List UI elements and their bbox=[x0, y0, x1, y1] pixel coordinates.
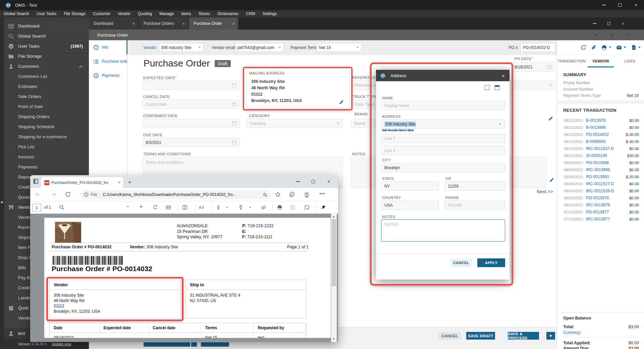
address-bar[interactable]: File | C:/Users/Karina_Shchitova/Downloa… bbox=[80, 190, 271, 199]
address-line3-input[interactable]: Line 3 bbox=[381, 146, 505, 155]
sidebar-item-global-search[interactable]: Global Search bbox=[4, 31, 89, 41]
save-process-button[interactable]: SAVE & PROCESS bbox=[508, 332, 539, 340]
chevron-down-icon[interactable]: ▼ bbox=[226, 206, 228, 209]
sidebar-item-sale-orders[interactable]: Sale Orders bbox=[4, 91, 89, 101]
hidden-action-button[interactable] bbox=[144, 342, 190, 347]
transaction-link[interactable]: PO-0013977 bbox=[586, 210, 609, 214]
transaction-link[interactable]: PO-0013998 bbox=[586, 160, 609, 165]
transaction-link[interactable]: B-0013998 bbox=[586, 125, 606, 130]
nav-item-info[interactable]: Info bbox=[89, 40, 127, 54]
page-info-icon[interactable] bbox=[84, 192, 89, 197]
currency-link[interactable]: Currency: bbox=[563, 330, 639, 335]
highlight-icon[interactable] bbox=[238, 205, 244, 210]
phone-input[interactable]: PHONE bbox=[444, 201, 505, 210]
chevron-up-icon[interactable] bbox=[79, 65, 83, 69]
sidebar-item-user-tasks[interactable]: User Tasks(1067) bbox=[4, 41, 89, 51]
refresh-icon[interactable] bbox=[581, 45, 586, 50]
sidebar-item-customers[interactable]: Customers bbox=[4, 61, 89, 71]
sidebar-item-dashboard[interactable]: Dashboard bbox=[4, 21, 89, 31]
menu-item-manage[interactable]: Manage bbox=[156, 11, 177, 16]
nav-item-purchase-order[interactable]: Purchase order bbox=[89, 54, 127, 68]
chevron-down-icon[interactable]: ▼ bbox=[249, 206, 252, 209]
city-input[interactable]: Brooklyn bbox=[381, 163, 505, 172]
transaction-link[interactable]: IRC-0011526-D bbox=[586, 189, 614, 193]
tab-close-icon[interactable]: × bbox=[132, 21, 135, 26]
transaction-link[interactable]: B-0096595 bbox=[586, 139, 606, 144]
minimize-button[interactable] bbox=[596, 0, 612, 10]
sidebar-item-customers-list[interactable]: Customers List bbox=[4, 71, 89, 81]
menu-item-quoting[interactable]: Quoting bbox=[134, 11, 156, 16]
back-icon[interactable] bbox=[35, 192, 41, 197]
doc-minimize-button[interactable] bbox=[588, 31, 604, 39]
attachment-icon[interactable] bbox=[591, 45, 597, 50]
due-date-input[interactable]: 9/3/2021 bbox=[143, 138, 240, 147]
edit-shipping-address-icon[interactable] bbox=[548, 116, 553, 121]
sidebar-item-payments[interactable]: Payments bbox=[4, 162, 89, 172]
paste-address-icon[interactable] bbox=[494, 85, 500, 91]
menu-item-crm[interactable]: CRM bbox=[242, 11, 259, 16]
read-aloud-icon[interactable]: A bbox=[199, 205, 204, 210]
transaction-link[interactable]: IRC-0013977 bbox=[586, 217, 610, 221]
menu-item-global-search[interactable]: Global Search bbox=[0, 11, 33, 16]
bookmark-star-icon[interactable] bbox=[263, 192, 268, 197]
mdi-minimize-button[interactable] bbox=[588, 19, 602, 28]
panel-tab-vendor[interactable]: VENDOR bbox=[586, 55, 615, 67]
reload-icon[interactable] bbox=[65, 192, 71, 197]
collapse-arrow-icon[interactable]: ◀ bbox=[0, 200, 3, 204]
tab-close-icon[interactable]: × bbox=[232, 21, 235, 26]
modal-apply-button[interactable]: APPLY bbox=[477, 258, 505, 267]
erase-icon[interactable] bbox=[261, 205, 266, 210]
pdf-print-icon[interactable] bbox=[277, 205, 282, 210]
new-tab-button[interactable]: + bbox=[128, 179, 131, 185]
browser-close-button[interactable]: × bbox=[321, 175, 336, 188]
scroll-up-icon[interactable]: ▲ bbox=[332, 215, 335, 218]
chevron-down-icon[interactable]: ▼ bbox=[638, 46, 641, 49]
update-now-link[interactable]: Update now bbox=[52, 342, 71, 346]
country-input[interactable]: USA bbox=[381, 201, 439, 210]
transaction-link[interactable]: IRC-0011537-D bbox=[586, 146, 614, 151]
tab-purchase-order[interactable]: Purchase Order× bbox=[189, 17, 238, 30]
browser-maximize-button[interactable] bbox=[306, 175, 321, 188]
sidebar-item-pick-list[interactable]: Pick List bbox=[4, 142, 89, 152]
expected-date-input[interactable] bbox=[143, 81, 240, 90]
sidebar-item-file-storage[interactable]: File Storage bbox=[4, 51, 89, 61]
doc-maximize-button[interactable] bbox=[604, 31, 621, 39]
menu-item-vendor[interactable]: Vendor bbox=[114, 11, 134, 16]
doc-close-button[interactable]: × bbox=[621, 31, 637, 39]
draw-icon[interactable] bbox=[216, 205, 221, 210]
address-line2-input[interactable]: Line 2 bbox=[381, 134, 505, 143]
pdf-save-as-icon[interactable] bbox=[304, 205, 310, 210]
panel-tab-transaction[interactable]: TRANSACTION bbox=[557, 55, 586, 67]
chevron-down-icon[interactable]: ▼ bbox=[608, 46, 611, 49]
confirmed-date-input[interactable] bbox=[143, 119, 240, 128]
sidebar-item-invoices[interactable]: Invoices bbox=[4, 152, 89, 162]
scroll-down-icon[interactable]: ▼ bbox=[332, 338, 335, 341]
modal-cancel-button[interactable]: CANCEL bbox=[450, 258, 472, 267]
pdf-scrollbar[interactable]: ▲ ▼ bbox=[331, 214, 337, 342]
zoom-out-icon[interactable]: − bbox=[126, 204, 129, 210]
edit-notes-icon[interactable] bbox=[549, 177, 554, 183]
save-draft-button[interactable]: SAVE DRAFT bbox=[466, 332, 495, 340]
hidden-action-button[interactable] bbox=[201, 342, 229, 347]
email-icon[interactable] bbox=[616, 45, 622, 50]
transaction-link[interactable]: IS-0000139 bbox=[586, 153, 607, 158]
category-select[interactable]: Category ▼ bbox=[247, 119, 343, 128]
state-input[interactable]: NY bbox=[381, 182, 439, 191]
modal-notes-textarea[interactable]: NOTES bbox=[381, 219, 505, 242]
collections-icon[interactable] bbox=[289, 192, 295, 197]
browser-minimize-button[interactable] bbox=[290, 175, 306, 188]
transaction-link[interactable]: IRC-0013978 bbox=[586, 203, 610, 207]
url-text[interactable]: C:/Users/Karina_Shchitova/Downloads/Purc… bbox=[103, 192, 263, 197]
close-button[interactable]: × bbox=[628, 0, 644, 10]
tab-close-icon[interactable]: × bbox=[118, 180, 120, 185]
favorites-icon[interactable] bbox=[275, 192, 281, 197]
mdi-close-button[interactable]: × bbox=[616, 19, 630, 28]
scan-address-icon[interactable] bbox=[484, 85, 490, 91]
tab-close-icon[interactable]: × bbox=[182, 21, 185, 26]
chevron-down-icon[interactable]: ▼ bbox=[623, 46, 626, 49]
transaction-link[interactable]: IRC-0011527-D bbox=[586, 182, 614, 186]
address-combo[interactable]: 306 Industry Site ▼ bbox=[381, 119, 505, 129]
transaction-link[interactable]: IRC-0013998 bbox=[586, 167, 610, 172]
transaction-link[interactable]: B-0013978 bbox=[586, 118, 606, 123]
sidebar-item-estimates[interactable]: Estimates bbox=[4, 81, 89, 91]
